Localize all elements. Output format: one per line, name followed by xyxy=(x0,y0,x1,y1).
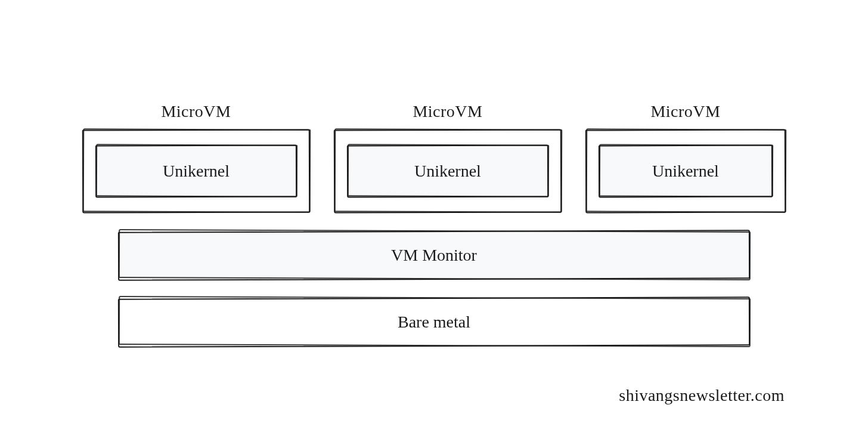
microvm-3-box: Unikernel xyxy=(585,129,786,213)
unikernel-1-label: Unikernel xyxy=(163,162,230,181)
microvm-2: MicroVM Unikernel xyxy=(334,102,562,213)
microvm-1: MicroVM Unikernel xyxy=(82,102,310,213)
attribution-text: shivangsnewsletter.com xyxy=(619,386,785,405)
microvm-1-box: Unikernel xyxy=(82,129,310,213)
bare-metal-label: Bare metal xyxy=(398,313,470,332)
unikernel-2-box: Unikernel xyxy=(347,145,548,197)
microvm-3: MicroVM Unikernel xyxy=(585,102,786,213)
unikernel-3-label: Unikernel xyxy=(652,162,719,181)
microvm-row: MicroVM Unikernel MicroVM Unikernel Micr… xyxy=(82,102,786,213)
unikernel-2-label: Unikernel xyxy=(414,162,481,181)
unikernel-1-box: Unikernel xyxy=(95,145,297,197)
unikernel-3-box: Unikernel xyxy=(599,145,773,197)
microvm-1-title: MicroVM xyxy=(161,102,231,121)
microvm-3-title: MicroVM xyxy=(650,102,720,121)
microvm-2-title: MicroVM xyxy=(413,102,482,121)
diagram-stage: MicroVM Unikernel MicroVM Unikernel Micr… xyxy=(82,102,786,347)
vm-monitor-layer: VM Monitor xyxy=(118,231,750,280)
vm-monitor-label: VM Monitor xyxy=(391,246,477,265)
microvm-2-box: Unikernel xyxy=(334,129,562,213)
bare-metal-layer: Bare metal xyxy=(118,298,750,347)
